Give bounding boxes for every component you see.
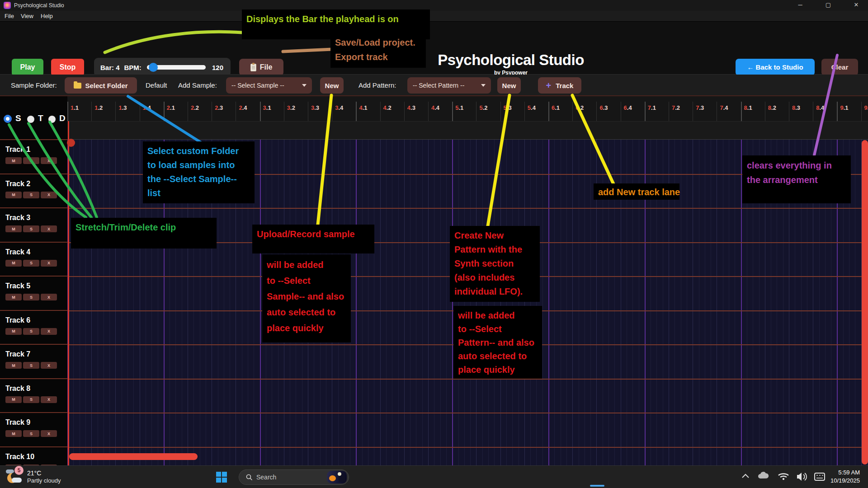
delete-button[interactable]: X [41, 225, 57, 232]
mute-button[interactable]: M [5, 396, 22, 403]
solo-button[interactable]: S [23, 430, 39, 437]
annotation-line: individual LFO). [454, 285, 535, 299]
solo-button[interactable]: S [23, 294, 39, 300]
annotation-line: Displays the Bar the playhead is on [246, 12, 425, 26]
grid-line [476, 140, 476, 465]
active-app-indicator [590, 485, 604, 487]
solo-button[interactable]: S [23, 260, 39, 267]
start-button[interactable] [216, 472, 227, 483]
stop-button[interactable]: Stop [51, 59, 84, 76]
weather-temp: 21°C [27, 469, 61, 477]
grid-line [711, 140, 711, 465]
select-folder-button[interactable]: Select Folder [65, 77, 137, 94]
ruler-tick [621, 102, 621, 121]
minimize-button[interactable]: ─ [789, 0, 811, 11]
vertical-scrollbar[interactable] [862, 140, 868, 465]
delete-button[interactable]: X [41, 260, 57, 267]
grid-line [422, 140, 423, 465]
new-pattern-button[interactable]: New [497, 77, 521, 94]
annotation-line: Save/Load project. [335, 35, 421, 50]
annotation-line: the arrangement [747, 173, 846, 187]
grid-line [356, 140, 357, 465]
delete-button[interactable]: X [41, 362, 57, 369]
solo-button[interactable]: S [23, 225, 39, 232]
menu-view[interactable]: View [21, 13, 33, 19]
grid-line [524, 140, 525, 465]
wifi-icon [778, 474, 788, 475]
screen: Psychological Studio ─ ▢ ✕ File View Hel… [0, 0, 868, 488]
ruler-tick [140, 102, 140, 121]
bpm-slider-thumb[interactable] [149, 63, 158, 72]
ruler-label: 2.4 [239, 104, 247, 111]
grid-line [717, 140, 717, 465]
window-title: Psychological Studio [14, 2, 64, 9]
solo-button[interactable]: S [23, 328, 39, 335]
sample-folder-label: Sample Folder: [11, 81, 57, 89]
mute-button[interactable]: M [5, 260, 22, 267]
mute-button[interactable]: M [5, 225, 22, 232]
add-track-button[interactable]: + Track [538, 77, 581, 94]
mute-button[interactable]: M [5, 328, 22, 335]
track-separator [67, 413, 868, 413]
ruler-tick [404, 102, 405, 121]
ruler-label: 5.4 [528, 104, 536, 111]
mute-button[interactable]: M [5, 192, 22, 198]
sample-select-dropdown[interactable]: -- Select Sample -- [226, 77, 312, 94]
ruler-tick [356, 102, 357, 121]
annotation-sample-added: will be addedto --SelectSample-- and als… [262, 254, 351, 343]
annotation-add-track: add New track lane [594, 183, 679, 200]
delete-button[interactable]: X [41, 157, 57, 164]
mute-button[interactable]: M [5, 157, 22, 164]
maximize-button[interactable]: ▢ [817, 0, 840, 11]
menu-file[interactable]: File [5, 13, 14, 19]
mute-button[interactable]: M [5, 362, 22, 369]
ruler-tick [476, 102, 476, 121]
menu-help[interactable]: Help [41, 13, 53, 19]
search-box[interactable]: Search [239, 469, 349, 485]
back-to-studio-button[interactable]: ← Back to Studio [736, 59, 815, 75]
playhead[interactable] [68, 121, 69, 465]
grid-line [705, 140, 705, 465]
track-name: Track 8 [5, 385, 30, 393]
annotation-line: place quickly [458, 363, 538, 376]
loop-lane[interactable] [67, 121, 868, 139]
delete-button[interactable]: X [41, 396, 57, 403]
solo-button[interactable]: S [23, 157, 39, 164]
horizontal-scrollbar[interactable] [69, 453, 198, 460]
track-controls: MSX [5, 430, 57, 437]
mute-button[interactable]: M [5, 294, 22, 300]
delete-button[interactable]: X [41, 294, 57, 300]
grid-line [127, 140, 128, 465]
playhead-handle[interactable] [67, 139, 75, 147]
grid-line [458, 140, 459, 465]
radio-delete[interactable] [48, 116, 56, 123]
clear-button[interactable]: Clear [821, 59, 858, 75]
delete-button[interactable]: X [41, 192, 57, 198]
close-button[interactable]: ✕ [845, 0, 868, 11]
clock[interactable]: 5:59 AM 10/19/2025 [830, 469, 860, 485]
ruler-label: 7.1 [648, 104, 656, 111]
radio-stretch[interactable] [4, 115, 12, 123]
solo-button[interactable]: S [23, 192, 39, 198]
grid-line [416, 140, 416, 465]
radio-trim[interactable] [27, 116, 34, 123]
timeline-ruler[interactable]: 1.11.21.31.42.12.22.32.43.13.23.33.44.14… [67, 96, 868, 121]
delete-button[interactable]: X [41, 328, 57, 335]
ruler-label: 7.3 [696, 104, 704, 111]
annotation-line: Pattern-- and also [458, 336, 538, 349]
ruler-label: 4.2 [383, 104, 392, 111]
pattern-select-dropdown[interactable]: -- Select Pattern -- [407, 77, 491, 94]
solo-button[interactable]: S [23, 396, 39, 403]
annotation-line: will be added [458, 309, 538, 322]
delete-button[interactable]: X [41, 430, 57, 437]
file-menu-button[interactable]: File [239, 59, 283, 76]
bpm-slider[interactable] [147, 65, 206, 70]
sidebar-separator [0, 139, 67, 140]
new-sample-button[interactable]: New [320, 77, 344, 94]
play-button[interactable]: Play [12, 59, 43, 76]
mute-button[interactable]: M [5, 430, 22, 437]
track-name: Track 9 [5, 418, 30, 427]
annotation-create-pattern: Create NewPattern with theSynth section(… [450, 226, 540, 302]
weather-widget[interactable]: 5 21°C Partly cloudy [5, 468, 61, 486]
solo-button[interactable]: S [23, 362, 39, 369]
